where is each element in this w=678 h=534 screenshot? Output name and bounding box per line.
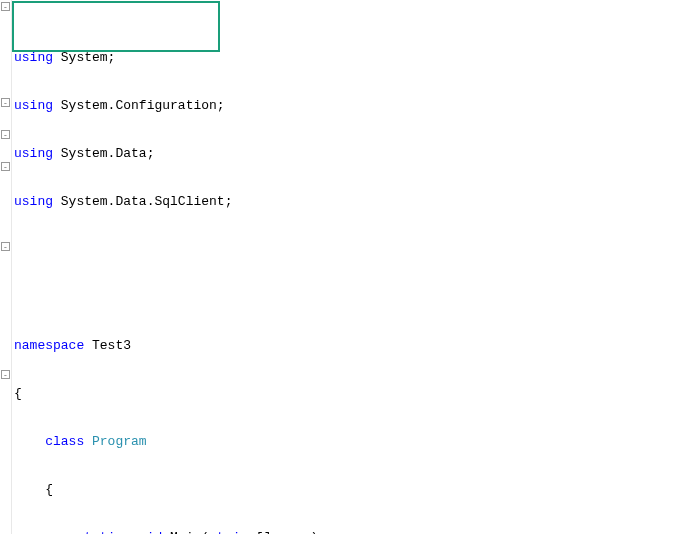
green-box-highlight [12, 1, 220, 52]
fold-marker[interactable]: - [1, 98, 10, 107]
keyword: void [123, 530, 162, 534]
code-text: System.Data.SqlClient; [53, 194, 232, 209]
brace: { [14, 386, 22, 401]
fold-marker[interactable]: - [1, 370, 10, 379]
code-text: System; [53, 50, 115, 65]
keyword: using [14, 98, 53, 113]
code-text: Main( [162, 530, 209, 534]
keyword: static [14, 530, 123, 534]
keyword: class [14, 434, 84, 449]
keyword: string [209, 530, 256, 534]
keyword: using [14, 194, 53, 209]
fold-marker[interactable]: - [1, 2, 10, 11]
keyword: namespace [14, 338, 84, 353]
fold-marker[interactable]: - [1, 130, 10, 139]
fold-marker[interactable]: - [1, 242, 10, 251]
code-text: [] args) [256, 530, 318, 534]
keyword: using [14, 50, 53, 65]
code-editor: - - - - - - using System; using System.C… [0, 0, 678, 534]
brace: { [14, 482, 53, 497]
code-text: Test3 [84, 338, 131, 353]
code-text: System.Data; [53, 146, 154, 161]
code-text: System.Configuration; [53, 98, 225, 113]
fold-marker[interactable]: - [1, 162, 10, 171]
type-name: Program [84, 434, 146, 449]
code-area[interactable]: using System; using System.Configuration… [12, 0, 678, 534]
keyword: using [14, 146, 53, 161]
fold-gutter: - - - - - - [0, 0, 12, 534]
